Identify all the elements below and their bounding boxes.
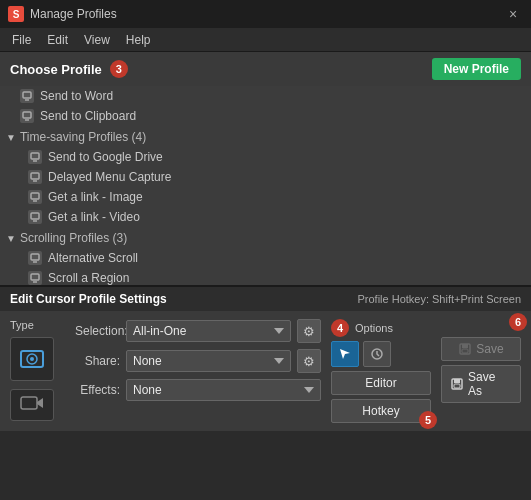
list-item[interactable]: Get a link - Image [0,187,531,207]
profile-item-label: Send to Google Drive [48,150,163,164]
list-item[interactable]: Scroll a Region [0,268,531,286]
svg-rect-2 [31,153,39,159]
type-screenshot-icon[interactable] [10,337,54,381]
selection-select[interactable]: All-in-One Region Window Fullscreen [126,320,291,342]
hotkey-badge: 5 [419,411,437,429]
profile-item-icon [28,251,42,265]
edit-section-hotkey: Profile Hotkey: Shift+Print Screen [357,293,521,305]
save-as-label: Save As [468,370,512,398]
hotkey-button[interactable]: Hotkey [331,399,431,423]
svg-rect-6 [31,254,39,260]
save-badge: 6 [509,313,527,331]
profile-item-icon [28,190,42,204]
svg-rect-0 [23,92,31,98]
profile-item-icon [28,210,42,224]
options-badge: 4 [331,319,349,337]
title-bar: S Manage Profiles × [0,0,531,28]
group-label: Time-saving Profiles (4) [20,130,146,144]
svg-rect-7 [31,274,39,280]
list-item[interactable]: Send to Word [0,86,531,106]
app-icon: S [8,6,24,22]
menu-edit[interactable]: Edit [39,31,76,49]
profile-item-icon [20,89,34,103]
title-bar-text: Manage Profiles [30,7,117,21]
choose-profile-badge: 3 [110,60,128,78]
selection-gear-button[interactable]: ⚙ [297,319,321,343]
field-label-share: Share: [75,354,120,368]
type-label: Type [10,319,65,331]
fields-section: Selection: All-in-One Region Window Full… [75,319,321,423]
editor-button[interactable]: Editor [331,371,431,395]
save-section: 6 Save Save As [441,319,521,423]
menu-view[interactable]: View [76,31,118,49]
list-item[interactable]: Delayed Menu Capture [0,167,531,187]
options-icon-row [331,341,431,367]
save-as-button[interactable]: Save As [441,365,521,403]
group-label: Scrolling Profiles (3) [20,231,127,245]
choose-profile-label: Choose Profile [10,62,102,77]
close-button[interactable]: × [503,4,523,24]
svg-rect-5 [31,213,39,219]
profile-item-label: Get a link - Video [48,210,140,224]
profile-item-label: Send to Clipboard [40,109,136,123]
field-row-effects: Effects: None Highlight Border Shadow [75,379,321,401]
list-item[interactable]: Send to Clipboard [0,106,531,126]
share-gear-button[interactable]: ⚙ [297,349,321,373]
profile-item-label: Alternative Scroll [48,251,138,265]
profile-item-icon [28,170,42,184]
svg-rect-4 [31,193,39,199]
edit-content: Type Selection: All-in-One Region Window… [0,311,531,431]
choose-profile-left: Choose Profile 3 [10,60,128,78]
profile-item-icon [28,271,42,285]
group-arrow: ▼ [6,233,16,244]
profile-item-icon [28,150,42,164]
edit-section-title: Edit Cursor Profile Settings [10,292,167,306]
effects-select[interactable]: None Highlight Border Shadow [126,379,321,401]
list-item[interactable]: Get a link - Video [0,207,531,227]
svg-rect-16 [462,344,468,348]
save-label: Save [476,342,503,356]
group-arrow: ▼ [6,132,16,143]
profile-item-label: Get a link - Image [48,190,143,204]
menu-bar: File Edit View Help [0,28,531,52]
new-profile-button[interactable]: New Profile [432,58,521,80]
profile-item-label: Send to Word [40,89,113,103]
menu-file[interactable]: File [4,31,39,49]
type-section: Type [10,319,65,423]
choose-profile-header: Choose Profile 3 New Profile [0,52,531,86]
options-label: 4 Options [331,319,431,337]
hotkey-container: Hotkey 5 [331,399,431,423]
svg-rect-20 [454,384,460,388]
profile-item-icon [20,109,34,123]
group-time-saving[interactable]: ▼ Time-saving Profiles (4) [0,126,531,147]
field-label-selection: Selection: [75,324,120,338]
list-item[interactable]: Send to Google Drive [0,147,531,167]
cursor-mode-button[interactable] [331,341,359,367]
timer-mode-button[interactable] [363,341,391,367]
type-video-icon[interactable] [10,389,54,421]
profile-item-label: Delayed Menu Capture [48,170,171,184]
group-scrolling[interactable]: ▼ Scrolling Profiles (3) [0,227,531,248]
field-label-effects: Effects: [75,383,120,397]
svg-rect-3 [31,173,39,179]
edit-section-header: Edit Cursor Profile Settings Profile Hot… [0,286,531,311]
svg-rect-1 [23,112,31,118]
svg-rect-13 [21,397,37,409]
svg-rect-17 [462,349,468,353]
field-row-share: Share: None Email FTP Dropbox ⚙ [75,349,321,373]
list-item[interactable]: Alternative Scroll [0,248,531,268]
svg-rect-19 [454,379,460,383]
profile-list: Send to Word Send to Clipboard ▼ Time-sa… [0,86,531,286]
menu-help[interactable]: Help [118,31,159,49]
svg-point-12 [30,357,34,361]
profile-item-label: Scroll a Region [48,271,129,285]
options-section: 4 Options Editor Hotkey 5 [331,319,431,423]
share-select[interactable]: None Email FTP Dropbox [126,350,291,372]
save-button: Save [441,337,521,361]
field-row-selection: Selection: All-in-One Region Window Full… [75,319,321,343]
